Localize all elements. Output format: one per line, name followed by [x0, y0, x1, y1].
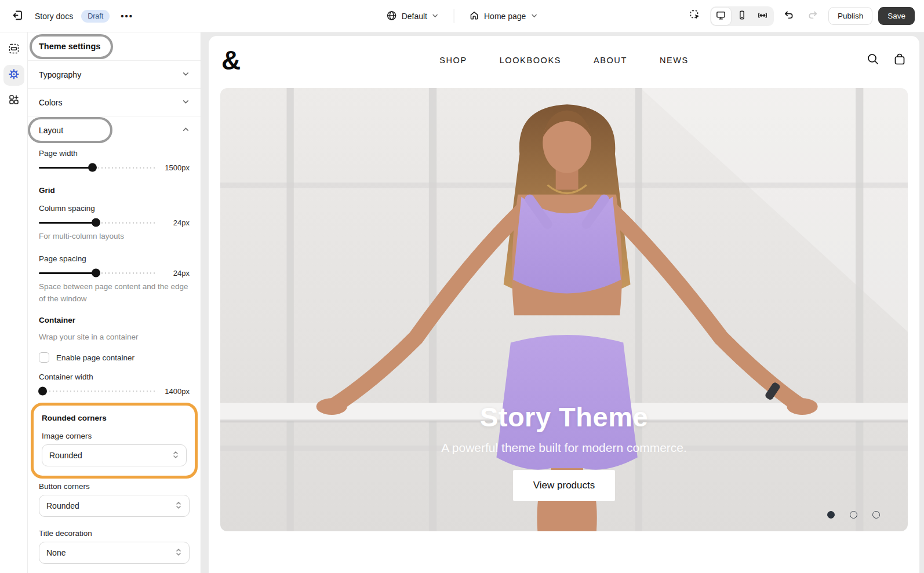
locale-selector[interactable]: Default [382, 7, 443, 26]
container-width-slider[interactable] [39, 387, 157, 395]
rounded-corners-heading: Rounded corners [42, 414, 187, 422]
chevron-down-icon [530, 12, 537, 21]
nav-shop[interactable]: SHOP [439, 56, 467, 65]
title-decoration-select[interactable]: None [39, 542, 190, 564]
topbar: Story docs Draft ••• Default [0, 0, 924, 32]
accordion-colors[interactable]: Colors [28, 89, 201, 116]
slider-knob[interactable] [92, 269, 100, 278]
exit-icon [12, 9, 24, 23]
enable-page-container-label: Enable page container [56, 353, 134, 362]
image-corners-label: Image corners [42, 432, 187, 440]
page-label: Home page [484, 12, 526, 21]
column-spacing-value: 24px [163, 218, 190, 227]
undo-button[interactable] [780, 7, 798, 25]
carousel-dot-1[interactable] [827, 511, 835, 519]
column-spacing-label: Column spacing [39, 204, 190, 213]
gear-icon [8, 68, 20, 82]
select-element-button[interactable] [686, 7, 704, 25]
accordion-layout[interactable]: Layout [28, 116, 201, 144]
carousel-dot-2[interactable] [850, 511, 857, 519]
blocks-plus-icon [8, 94, 20, 108]
container-width-label: Container width [39, 373, 190, 381]
page-spacing-value: 24px [163, 269, 190, 278]
device-toggle [710, 6, 774, 26]
select-updown-icon [175, 501, 182, 512]
enable-page-container-row[interactable]: Enable page container [39, 352, 190, 363]
sections-panel-button[interactable] [3, 39, 24, 60]
hero-subtitle: A powerful theme built for modern commer… [441, 441, 687, 455]
container-width-value: 1400px [163, 387, 190, 396]
page-spacing-helper: Space between page content and the edge … [39, 281, 190, 305]
button-corners-select[interactable]: Rounded [39, 495, 190, 517]
site-logo[interactable]: & [221, 47, 241, 74]
status-badge: Draft [81, 10, 110, 23]
add-blocks-panel-button[interactable] [3, 90, 24, 111]
column-spacing-slider[interactable] [39, 218, 157, 227]
slider-knob[interactable] [88, 163, 97, 172]
nav-news[interactable]: NEWS [660, 56, 689, 65]
sections-icon [8, 43, 20, 57]
hero-slide[interactable]: Story Theme A powerful theme built for m… [220, 88, 908, 531]
view-products-button[interactable]: View products [513, 470, 615, 501]
select-updown-icon [172, 450, 179, 461]
accordion-typography[interactable]: Typography [28, 61, 201, 89]
locale-label: Default [402, 12, 427, 21]
mobile-icon [737, 10, 747, 22]
responsive-width-icon [757, 10, 768, 23]
button-corners-label: Button corners [39, 482, 190, 491]
page-spacing-label: Page spacing [39, 254, 190, 263]
topbar-divider [454, 9, 454, 23]
home-icon [470, 10, 479, 22]
slider-knob[interactable] [92, 218, 100, 227]
redo-icon [807, 10, 818, 23]
chevron-down-icon [182, 70, 190, 80]
nav-lookbooks[interactable]: LOOKBOOKS [500, 56, 561, 65]
desktop-icon [715, 10, 726, 23]
save-button[interactable]: Save [878, 7, 915, 25]
page-width-slider[interactable] [39, 163, 157, 171]
device-desktop-button[interactable] [711, 8, 731, 25]
image-corners-select[interactable]: Rounded [42, 444, 187, 466]
cart-bag-icon[interactable] [893, 52, 907, 68]
select-updown-icon [175, 548, 182, 559]
chevron-down-icon [182, 97, 190, 108]
slider-knob[interactable] [38, 387, 47, 396]
sidebar-title: Theme settings [39, 42, 100, 51]
chevron-down-icon [432, 12, 439, 21]
exit-editor-button[interactable] [8, 7, 27, 25]
column-spacing-helper: For multi-column layouts [39, 231, 190, 242]
page-width-label: Page width [39, 149, 190, 158]
carousel-dot-3[interactable] [872, 511, 880, 519]
page-width-value: 1500px [163, 163, 190, 172]
site-nav: SHOP LOOKBOOKS ABOUT NEWS [439, 56, 689, 65]
container-description: Wrap your site in a container [39, 331, 190, 343]
app-window: Story docs Draft ••• Default [0, 0, 924, 573]
page-selector[interactable]: Home page [465, 7, 542, 25]
ellipsis-icon: ••• [121, 11, 133, 21]
site-header: & SHOP LOOKBOOKS ABOUT NEWS [209, 36, 919, 85]
carousel-dots [827, 511, 880, 519]
search-icon[interactable] [866, 52, 880, 68]
globe-icon [387, 10, 397, 23]
nav-about[interactable]: ABOUT [594, 56, 627, 65]
theme-settings-sidebar: Theme settings Typography Colors Layout [28, 32, 201, 573]
title-decoration-label: Title decoration [39, 529, 190, 538]
undo-icon [783, 10, 794, 23]
device-responsive-button[interactable] [753, 8, 773, 25]
site-preview: & SHOP LOOKBOOKS ABOUT NEWS [209, 36, 919, 573]
project-name: Story docs [35, 12, 73, 21]
chevron-up-icon [182, 125, 190, 136]
page-spacing-slider[interactable] [39, 269, 157, 277]
more-menu-button[interactable]: ••• [118, 7, 136, 25]
grid-heading: Grid [39, 186, 190, 195]
enable-page-container-checkbox[interactable] [39, 352, 49, 363]
hero-title: Story Theme [480, 401, 648, 433]
redo-button[interactable] [804, 7, 823, 25]
cursor-select-icon [689, 9, 701, 23]
container-heading: Container [39, 316, 190, 324]
left-icon-rail [0, 32, 28, 573]
theme-settings-panel-button[interactable] [3, 65, 24, 86]
publish-button[interactable]: Publish [828, 7, 872, 25]
annotation-box-rounded-corners: Rounded corners Image corners Rounded [31, 403, 198, 479]
device-mobile-button[interactable] [732, 8, 752, 25]
